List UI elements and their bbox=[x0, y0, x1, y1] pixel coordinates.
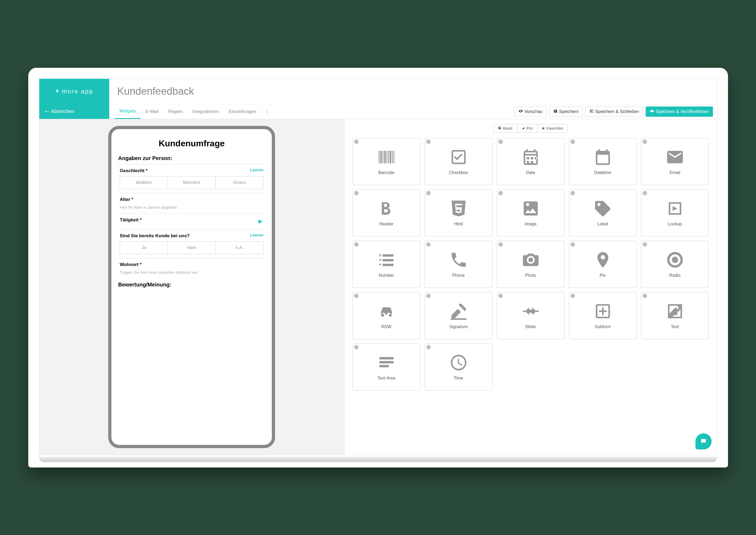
lookup-icon bbox=[666, 199, 684, 218]
eye-icon bbox=[519, 109, 523, 114]
info-icon[interactable]: i bbox=[570, 191, 575, 195]
widget-label: Number bbox=[379, 273, 394, 278]
option-maennlich[interactable]: Männlich bbox=[168, 177, 216, 189]
info-icon[interactable]: i bbox=[643, 140, 647, 144]
save-close-button[interactable]: Speichern & Schließen bbox=[585, 106, 643, 117]
widget-textarea[interactable]: i Text Area bbox=[353, 344, 421, 391]
info-icon[interactable]: i bbox=[426, 294, 431, 298]
widget-slider[interactable]: i Slider bbox=[497, 292, 565, 339]
widget-photo[interactable]: i Photo bbox=[497, 241, 565, 288]
cloud-upload-icon bbox=[650, 109, 654, 114]
widget-number[interactable]: i Number bbox=[353, 241, 421, 288]
widget-pin[interactable]: i Pin bbox=[569, 241, 637, 288]
svg-rect-1 bbox=[702, 441, 704, 441]
widget-email[interactable]: i Email bbox=[641, 138, 709, 185]
info-icon[interactable]: i bbox=[643, 294, 647, 298]
tabs-scroll-left[interactable]: ‹ bbox=[261, 104, 273, 119]
date-icon bbox=[521, 148, 540, 166]
form-preview: Kundenumfrage Angaben zur Person: Geschl… bbox=[108, 126, 275, 448]
brand-logo[interactable]: more app bbox=[39, 79, 109, 104]
clear-button[interactable]: Leeren bbox=[250, 168, 264, 172]
widget-barcode[interactable]: i Barcode bbox=[353, 138, 421, 185]
widget-label: Time bbox=[454, 376, 463, 380]
info-icon[interactable]: i bbox=[498, 242, 503, 247]
barcode-icon bbox=[377, 148, 396, 166]
radio-icon bbox=[666, 250, 684, 269]
widget-radio[interactable]: i Radio bbox=[641, 241, 709, 288]
tab-integrations[interactable]: Integrationen bbox=[188, 104, 224, 119]
widget-signature[interactable]: i Signature bbox=[425, 292, 492, 339]
widget-date[interactable]: i Date bbox=[497, 138, 565, 185]
chat-button[interactable] bbox=[695, 433, 712, 449]
dashboard-icon bbox=[498, 126, 501, 130]
widget-label: Pin bbox=[600, 273, 606, 278]
text-icon bbox=[666, 302, 684, 321]
photo-icon bbox=[521, 250, 540, 269]
widget-text[interactable]: i Text bbox=[641, 292, 709, 339]
tab-rules[interactable]: Regeln bbox=[163, 104, 188, 119]
option-weiblich[interactable]: Weiblich bbox=[120, 177, 168, 189]
info-icon[interactable]: i bbox=[570, 242, 575, 247]
field-gender[interactable]: Geschlecht * Leeren Weiblich Männlich Di… bbox=[118, 164, 265, 193]
info-icon[interactable]: i bbox=[426, 191, 431, 195]
info-icon[interactable]: i bbox=[570, 140, 575, 144]
widget-rdw[interactable]: i RDW bbox=[353, 292, 421, 339]
tab-settings[interactable]: Einstellungen bbox=[224, 104, 261, 119]
save-button[interactable]: Speichern bbox=[549, 106, 583, 117]
field-location[interactable]: Wohnort * Tragen Sie hier Ihren aktuelle… bbox=[118, 258, 265, 278]
info-icon[interactable]: i bbox=[354, 345, 359, 350]
info-icon[interactable]: i bbox=[498, 191, 503, 195]
widget-cat-pro[interactable]: Pro bbox=[517, 124, 537, 133]
info-icon[interactable]: i bbox=[354, 140, 359, 144]
info-icon[interactable]: i bbox=[643, 242, 647, 247]
info-icon[interactable]: i bbox=[498, 140, 503, 144]
option-ja[interactable]: Ja bbox=[120, 241, 168, 254]
widget-datetime[interactable]: i Datetime bbox=[569, 138, 637, 185]
widget-subform[interactable]: i Subform bbox=[569, 292, 637, 339]
editor-tabs: Widgets E-Mail Regeln Integrationen Eins… bbox=[109, 104, 514, 119]
widget-label: Signature bbox=[449, 324, 468, 329]
option-nein[interactable]: Nein bbox=[168, 241, 216, 254]
widget-label[interactable]: i Label bbox=[569, 189, 637, 237]
chat-icon bbox=[700, 438, 707, 445]
info-icon[interactable]: i bbox=[570, 294, 575, 298]
option-ka[interactable]: k.A. bbox=[216, 241, 263, 254]
email-icon bbox=[666, 148, 684, 166]
field-job[interactable]: Tätigkeit * ▶ bbox=[118, 213, 265, 229]
info-icon[interactable]: i bbox=[643, 191, 647, 195]
widget-lookup[interactable]: i Lookup bbox=[641, 189, 709, 237]
widget-phone[interactable]: i Phone bbox=[425, 241, 492, 288]
widget-label: Datetime bbox=[594, 170, 611, 175]
widget-cat-favorites[interactable]: ★ Favoriten bbox=[537, 124, 568, 133]
info-icon[interactable]: i bbox=[354, 191, 359, 195]
brand-text: more app bbox=[62, 88, 93, 95]
signature-icon bbox=[449, 302, 468, 321]
rdw-icon bbox=[377, 302, 396, 321]
cancel-button[interactable]: 🡐 Abbrechen bbox=[39, 104, 109, 119]
info-icon[interactable]: i bbox=[354, 294, 359, 298]
label-icon bbox=[594, 199, 612, 218]
tab-widgets[interactable]: Widgets bbox=[115, 104, 141, 119]
info-icon[interactable]: i bbox=[426, 140, 431, 144]
info-icon[interactable]: i bbox=[354, 242, 359, 247]
tab-email[interactable]: E-Mail bbox=[141, 104, 163, 119]
widget-time[interactable]: i Time bbox=[425, 344, 492, 391]
info-icon[interactable]: i bbox=[498, 294, 503, 298]
field-age[interactable]: Alter * Hier Ihr Alter in Jahren angeben bbox=[118, 193, 265, 213]
widget-image[interactable]: i Image bbox=[497, 189, 565, 237]
widget-cat-basic[interactable]: Basic bbox=[493, 124, 517, 133]
widget-html[interactable]: i Html bbox=[425, 189, 492, 237]
textarea-icon bbox=[377, 353, 396, 372]
exit-icon bbox=[589, 109, 594, 114]
option-divers[interactable]: Divers bbox=[216, 177, 263, 189]
widget-checkbox[interactable]: i Checkbox bbox=[425, 138, 492, 185]
widget-label: Radio bbox=[669, 273, 681, 278]
widget-label: Text Area bbox=[377, 376, 395, 380]
widget-header[interactable]: i Header bbox=[353, 189, 421, 237]
clear-button[interactable]: Leeren bbox=[250, 233, 264, 237]
info-icon[interactable]: i bbox=[426, 345, 431, 350]
field-customer[interactable]: Sind Sie bereits Kunde bei uns? Leeren J… bbox=[118, 229, 265, 258]
preview-button[interactable]: Vorschau bbox=[514, 106, 547, 117]
save-publish-button[interactable]: Speichern & Veröffentlichen bbox=[646, 106, 713, 117]
info-icon[interactable]: i bbox=[426, 242, 431, 247]
